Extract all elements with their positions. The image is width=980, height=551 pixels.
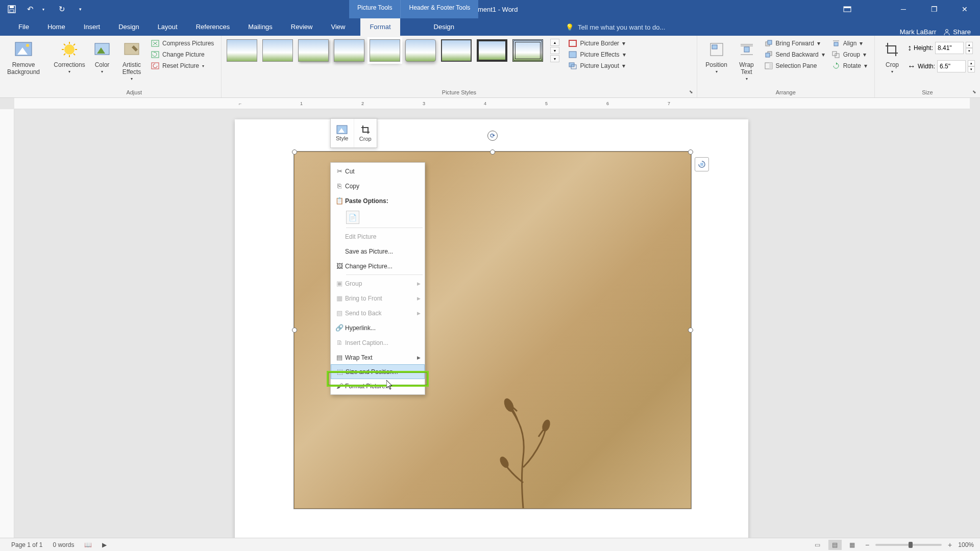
word-count[interactable]: 0 words [47,541,79,548]
change-picture-button[interactable]: Change Picture [149,50,216,59]
tab-file[interactable]: File [9,18,38,36]
mini-style-button[interactable]: Style [331,119,354,147]
color-button[interactable]: Color▾ [90,39,114,74]
resize-handle-mid-left[interactable] [292,328,297,333]
style-thumb-9[interactable] [512,39,543,62]
tab-format[interactable]: Format [360,18,400,36]
style-thumb-6[interactable] [405,39,436,62]
height-up-icon[interactable]: ▴ [966,42,973,48]
tab-design[interactable]: Design [109,18,148,36]
ctx-size-position[interactable]: ⬚Size and Position... [331,364,425,379]
tab-mailings[interactable]: Mailings [239,18,282,36]
restore-button[interactable]: ❐ [919,0,949,18]
height-down-icon[interactable]: ▾ [966,48,973,54]
style-thumb-8[interactable] [477,39,507,62]
ctx-save-as-picture[interactable]: Save as Picture... [331,244,425,259]
vertical-ruler[interactable] [0,109,14,538]
change-picture-icon: 🖼 [334,262,345,270]
bring-forward-button[interactable]: Bring Forward ▾ [763,39,827,48]
zoom-in-icon[interactable]: + [946,541,954,549]
redo-icon[interactable]: ↻ [56,4,67,15]
tab-insert[interactable]: Insert [75,18,110,36]
resize-handle-mid-right[interactable] [688,328,693,333]
style-thumb-4[interactable] [334,39,364,62]
qat-customize-icon[interactable]: ▾ [75,4,86,15]
close-button[interactable]: ✕ [949,0,980,18]
read-mode-icon[interactable]: ▭ [811,540,824,550]
zoom-level[interactable]: 100% [958,541,974,548]
paste-option-keep-icon[interactable]: 📄 [346,211,359,224]
tab-stop-indicator[interactable]: ⌐ [239,101,241,106]
tab-layout[interactable]: Layout [149,18,187,36]
picture-styles-gallery[interactable]: ▴ ▾ ▾ [227,39,559,62]
remove-background-button[interactable]: Remove Background [5,39,42,76]
zoom-slider[interactable] [875,544,942,546]
zoom-out-icon[interactable]: − [863,541,871,549]
picture-border-button[interactable]: Picture Border ▾ [567,39,627,48]
ribbon-display-options-icon[interactable] [837,0,857,18]
resize-handle-top-left[interactable] [292,149,297,155]
ctx-wrap-text[interactable]: ▤Wrap Text▶ [331,350,425,365]
corrections-button[interactable]: Corrections▾ [52,39,87,74]
page-indicator[interactable]: Page 1 of 1 [6,541,47,548]
ctx-change-picture[interactable]: 🖼Change Picture... [331,259,425,273]
undo-dropdown-icon[interactable]: ▾ [38,4,49,15]
share-button[interactable]: Share [943,28,971,36]
gallery-next-icon[interactable]: ▾ [550,47,559,54]
macro-icon[interactable]: ▶ [97,541,112,548]
zoom-slider-thumb[interactable] [909,542,913,548]
style-thumb-5[interactable] [370,39,400,62]
horizontal-ruler[interactable]: ⌐ 1 2 3 4 5 6 7 [14,98,970,109]
style-thumb-7[interactable] [441,39,472,62]
user-name[interactable]: Mark LaBarr [900,28,937,36]
height-input[interactable] [935,42,964,54]
width-spinbox[interactable]: ↔ Width: ▴▾ [908,60,975,72]
minimize-button[interactable]: ─ [888,0,919,18]
ctx-format-picture[interactable]: 🖌Format Picture... [331,379,425,393]
rotate-handle-icon[interactable]: ⟳ [487,131,498,141]
height-spinbox[interactable]: ↕ Height: ▴▾ [908,42,975,54]
position-button[interactable]: Position▾ [702,39,731,74]
reset-picture-button[interactable]: Reset Picture ▾ [149,61,216,70]
ctx-hyperlink[interactable]: 🔗Hyperlink... [331,320,425,335]
resize-handle-top-mid[interactable] [490,149,495,155]
send-backward-button[interactable]: Send Backward ▾ [763,50,827,59]
tab-review[interactable]: Review [282,18,322,36]
width-input[interactable] [937,60,966,72]
picture-styles-launcher-icon[interactable]: ⬊ [688,88,695,95]
save-icon[interactable] [6,4,17,15]
crop-button[interactable]: Crop▾ [880,39,904,74]
size-launcher-icon[interactable]: ⬊ [971,88,978,95]
web-layout-icon[interactable]: ▦ [846,540,859,550]
align-button[interactable]: Align ▾ [830,39,869,48]
spell-check-icon[interactable]: 📖 [79,541,97,548]
style-thumb-3[interactable] [298,39,329,62]
group-button[interactable]: Group ▾ [830,50,869,59]
width-up-icon[interactable]: ▴ [968,60,975,66]
style-thumb-1[interactable] [227,39,257,62]
tab-home[interactable]: Home [38,18,75,36]
picture-layout-button[interactable]: Picture Layout ▾ [567,61,627,70]
wrap-text-button[interactable]: Wrap Text▾ [734,39,760,81]
width-down-icon[interactable]: ▾ [968,66,975,72]
gallery-prev-icon[interactable]: ▴ [550,39,559,46]
tell-me-input[interactable] [578,23,690,31]
gallery-more-icon[interactable]: ▾ [550,55,559,62]
rotate-button[interactable]: Rotate ▾ [830,61,869,70]
resize-handle-top-right[interactable] [688,149,693,155]
tell-me-search[interactable]: 💡 [566,18,690,36]
ctx-copy[interactable]: ⎘Copy [331,179,425,193]
print-layout-icon[interactable]: ▤ [828,540,842,550]
artistic-effects-button[interactable]: Artistic Effects▾ [117,39,146,81]
ctx-cut[interactable]: ✂Cut [331,164,425,179]
tab-view[interactable]: View [322,18,354,36]
mini-crop-button[interactable]: Crop [354,119,377,147]
undo-icon[interactable]: ↶ [24,4,36,15]
style-thumb-2[interactable] [262,39,293,62]
picture-effects-button[interactable]: Picture Effects ▾ [567,50,627,59]
compress-pictures-button[interactable]: Compress Pictures [149,39,216,48]
selection-pane-button[interactable]: Selection Pane [763,61,827,70]
tab-references[interactable]: References [187,18,239,36]
tab-design-hf[interactable]: Design [425,18,463,36]
layout-options-icon[interactable] [695,157,709,171]
